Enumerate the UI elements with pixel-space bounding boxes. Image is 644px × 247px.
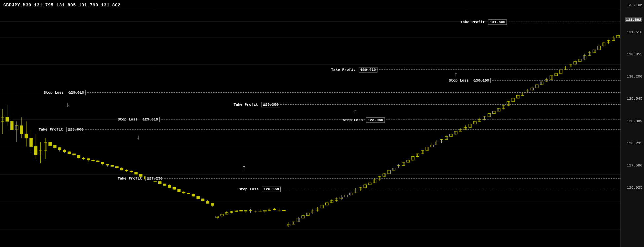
dashed-line <box>68 92 620 93</box>
price-level: 130.855 <box>627 52 642 56</box>
dashed-line <box>263 189 620 189</box>
take_profit-label: Take Profit 129.380 <box>234 102 280 107</box>
arrow-down-icon: ↓ <box>136 134 140 141</box>
dashed-line <box>490 22 620 22</box>
dashed-line <box>473 80 620 81</box>
take_profit-label: Take Profit 127.230 <box>118 176 164 181</box>
candlestick-chart <box>0 0 620 247</box>
arrow-up-icon: ↑ <box>242 164 246 171</box>
chart-title: GBPJPY,M30 131.795 131.805 131.790 131.8… <box>3 3 121 8</box>
price-level: 127.580 <box>627 163 642 167</box>
dashed-line <box>367 120 620 120</box>
price-level: 129.545 <box>627 97 642 101</box>
price-level: 128.235 <box>627 141 642 145</box>
stop_loss-label: Stop Loss 129.010 <box>118 117 160 122</box>
arrow-down-icon: ↓ <box>66 101 70 108</box>
arrow-up-icon: ↑ <box>353 108 357 116</box>
take_profit-label: Take Profit 128.660 <box>39 127 85 132</box>
stop_loss-label: Stop Loss 128.980 <box>343 117 385 123</box>
dashed-line <box>147 178 620 179</box>
stop_loss-label: Stop Loss 130.100 <box>449 78 491 83</box>
price-level: 132.165 <box>627 3 642 7</box>
price-level: 130.200 <box>627 75 642 79</box>
take_profit-label: Take Profit 131.880 <box>460 19 507 25</box>
price-level: 131.802 <box>625 17 642 22</box>
dashed-line <box>263 104 620 105</box>
price-level: 126.925 <box>627 186 642 190</box>
stop_loss-label: Stop Loss 129.610 <box>44 90 86 95</box>
dashed-line <box>68 129 620 130</box>
price-axis: 132.165131.802131.510130.855130.200129.5… <box>620 0 644 247</box>
stop_loss-label: Stop Loss 126.960 <box>239 187 281 192</box>
take_profit-label: Take Profit 130.410 <box>331 67 377 72</box>
arrow-up-icon: ↑ <box>454 70 458 78</box>
dashed-line <box>360 69 620 70</box>
price-level: 128.889 <box>627 119 642 123</box>
price-level: 131.510 <box>627 30 642 34</box>
chart-area <box>0 0 620 247</box>
chart-container: 132.165131.802131.510130.855130.200129.5… <box>0 0 644 247</box>
